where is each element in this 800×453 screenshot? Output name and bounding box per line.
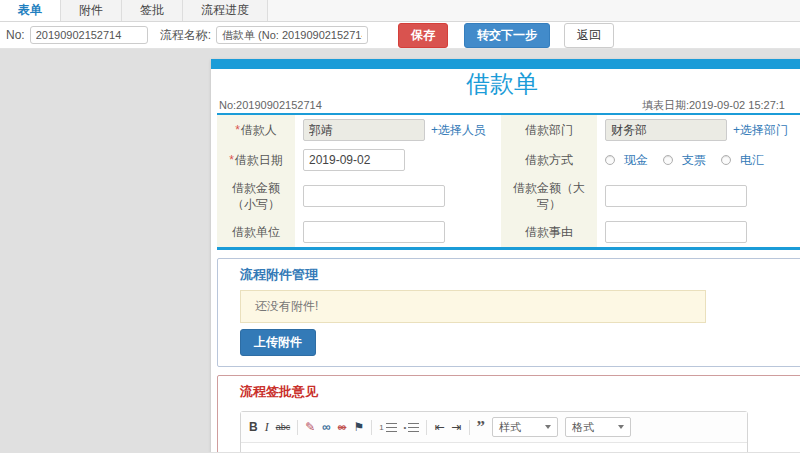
process-name-input[interactable] [216, 26, 368, 44]
content-area: 借款单 No:20190902152714 填表日期:2019-09-02 15… [0, 49, 800, 452]
borrow-date-label: *借款日期 [217, 145, 295, 175]
amount-small-input[interactable] [303, 185, 445, 207]
bold-button[interactable]: B [249, 420, 258, 435]
amount-small-field [295, 175, 501, 217]
strikethrough-button[interactable]: abc [276, 420, 291, 435]
borrow-method-field: 现金 支票 电汇 [597, 145, 800, 175]
panel-top-bar [211, 59, 800, 69]
no-input[interactable] [30, 26, 148, 44]
tab-form[interactable]: 表单 [0, 0, 61, 21]
format-dropdown[interactable]: 格式 [565, 417, 631, 437]
select-person-link[interactable]: +选择人员 [431, 122, 486, 139]
amount-big-label: 借款金额（大写） [501, 175, 597, 217]
form-date-text: 填表日期:2019-09-02 15:27:1 [642, 98, 785, 113]
cash-radio[interactable] [605, 155, 615, 165]
approval-heading: 流程签批意见 [240, 384, 800, 399]
borrow-form: *借款人 +选择人员 借款部门 +选择部门 *借款日期 借款方式 [217, 113, 800, 250]
borrow-reason-label: 借款事由 [501, 217, 597, 247]
toolbar-separator [469, 420, 470, 435]
borrow-date-field [295, 145, 501, 175]
amount-small-label: 借款金额（小写） [217, 175, 295, 217]
attachments-section: 流程附件管理 还没有附件! 上传附件 [217, 258, 800, 367]
chevron-down-icon [545, 425, 551, 429]
amount-big-input[interactable] [605, 185, 747, 207]
borrower-field: +选择人员 [295, 115, 501, 145]
form-panel: 借款单 No:20190902152714 填表日期:2019-09-02 15… [211, 59, 800, 452]
cheque-radio-label[interactable]: 支票 [682, 152, 706, 169]
page-title: 借款单 [211, 71, 793, 97]
blockquote-icon[interactable]: ” [477, 422, 486, 432]
required-mark: * [229, 153, 234, 167]
indent-icon[interactable]: ⇥ [451, 420, 461, 435]
form-meta-row: No:20190902152714 填表日期:2019-09-02 15:27:… [211, 97, 793, 113]
toolbar-separator [426, 420, 427, 435]
amount-big-field [597, 175, 800, 217]
required-mark: * [235, 123, 240, 137]
numbered-list-icon[interactable]: 1 [379, 423, 396, 432]
wire-radio-label[interactable]: 电汇 [740, 152, 764, 169]
borrow-unit-field [295, 217, 501, 247]
tab-approval[interactable]: 签批 [122, 0, 183, 21]
tab-progress[interactable]: 流程进度 [183, 0, 268, 21]
unlink-icon[interactable]: ∞ [338, 420, 347, 435]
next-step-button[interactable]: 转交下一步 [464, 23, 550, 48]
outdent-icon[interactable]: ⇤ [434, 420, 444, 435]
italic-button[interactable]: I [265, 420, 269, 435]
upload-attachment-button[interactable]: 上传附件 [240, 329, 316, 356]
toolbar-separator [297, 420, 298, 435]
command-bar: No: 流程名称: 保存 转交下一步 返回 [0, 22, 800, 49]
borrow-method-label: 借款方式 [501, 145, 597, 175]
remove-format-icon[interactable]: ✎ [305, 420, 315, 435]
editor-content[interactable] [241, 443, 747, 452]
borrower-label: *借款人 [217, 115, 295, 145]
styles-dropdown[interactable]: 样式 [492, 417, 558, 437]
cheque-radio[interactable] [663, 155, 673, 165]
borrow-reason-field [597, 217, 800, 247]
borrow-date-input[interactable] [303, 149, 405, 171]
department-field: +选择部门 [597, 115, 800, 145]
cash-radio-label[interactable]: 现金 [624, 152, 648, 169]
editor-toolbar: B I abc ✎ ∞ ∞ ⚑ 1 • [241, 412, 747, 443]
approval-section: 流程签批意见 B I abc ✎ ∞ ∞ ⚑ 1 [217, 375, 800, 452]
link-icon[interactable]: ∞ [322, 420, 331, 435]
attachments-heading: 流程附件管理 [240, 267, 800, 282]
no-label: No: [6, 28, 25, 42]
process-name-label: 流程名称: [160, 27, 211, 44]
select-department-link[interactable]: +选择部门 [733, 122, 788, 139]
department-label: 借款部门 [501, 115, 597, 145]
borrow-unit-label: 借款单位 [217, 217, 295, 247]
rich-text-editor: B I abc ✎ ∞ ∞ ⚑ 1 • [240, 411, 748, 452]
bullet-list-icon[interactable]: • [404, 423, 420, 432]
toolbar-separator [371, 420, 372, 435]
department-input[interactable] [605, 119, 727, 141]
no-attachments-notice: 还没有附件! [240, 290, 706, 323]
tab-attachments[interactable]: 附件 [61, 0, 122, 21]
save-button[interactable]: 保存 [398, 23, 448, 48]
anchor-flag-icon[interactable]: ⚑ [353, 420, 364, 435]
back-button[interactable]: 返回 [564, 23, 614, 48]
borrow-unit-input[interactable] [303, 221, 445, 243]
tab-bar: 表单 附件 签批 流程进度 [0, 0, 800, 22]
wire-radio[interactable] [721, 155, 731, 165]
borrower-input[interactable] [303, 119, 425, 141]
chevron-down-icon [618, 425, 624, 429]
form-no-text: No:20190902152714 [219, 99, 322, 111]
borrow-reason-input[interactable] [605, 221, 747, 243]
